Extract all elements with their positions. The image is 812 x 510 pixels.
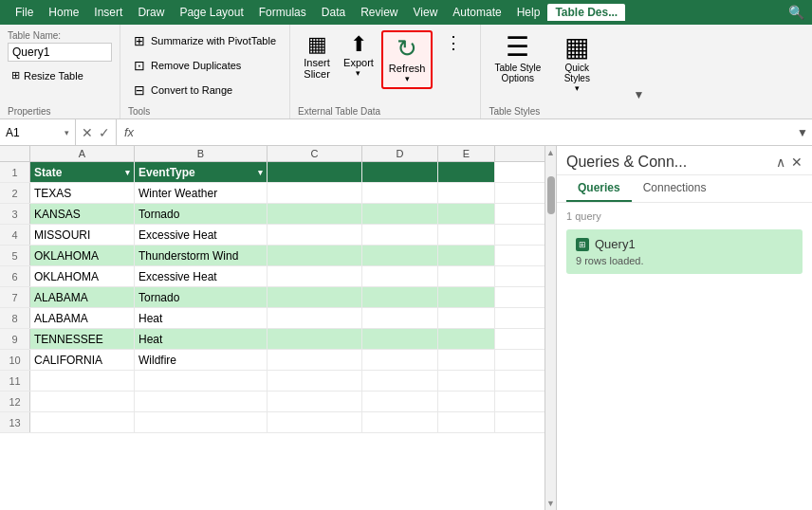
cell-state-8[interactable]: ALABAMA (30, 308, 135, 328)
empty-b-11[interactable] (135, 371, 268, 391)
col-header-b[interactable]: B (135, 146, 268, 161)
table-row: 10 CALIFORNIA Wildfire (0, 350, 544, 371)
empty-b-12[interactable] (135, 392, 268, 411)
empty-d-12[interactable] (362, 392, 438, 411)
tab-queries[interactable]: Queries (566, 175, 632, 202)
more-external-button[interactable]: ⋮ (434, 30, 472, 57)
eventtype-dropdown-icon[interactable]: ▾ (258, 168, 263, 177)
search-icon[interactable]: 🔍 (788, 5, 804, 20)
query-item[interactable]: ⊞ Query1 9 rows loaded. (566, 229, 803, 274)
menu-help[interactable]: Help (509, 4, 548, 21)
resize-table-button[interactable]: ⊞ Resize Table (8, 67, 112, 83)
col-header-d[interactable]: D (362, 146, 438, 161)
empty-row: 12 (0, 392, 544, 412)
menu-page-layout[interactable]: Page Layout (172, 4, 250, 21)
empty-e-12[interactable] (438, 392, 495, 411)
cell-state-7[interactable]: ALABAMA (30, 287, 135, 307)
convert-to-range-button[interactable]: ⊟ Convert to Range (128, 80, 282, 100)
cell-state-10[interactable]: CALIFORNIA (30, 350, 135, 370)
formula-expand-icon[interactable]: ▼ (793, 126, 812, 139)
empty-b-13[interactable] (135, 412, 268, 432)
refresh-button[interactable]: ↻ Refresh ▾ (381, 30, 434, 89)
insert-slicer-button[interactable]: ▦ InsertSlicer (298, 30, 336, 83)
empty-row: 11 (0, 371, 544, 392)
menu-review[interactable]: Review (353, 4, 405, 21)
menu-home[interactable]: Home (41, 4, 86, 21)
cell-state-4[interactable]: MISSOURI (30, 225, 135, 245)
cell-d-8 (362, 308, 438, 328)
summarize-pivottable-button[interactable]: ⊞ Summarize with PivotTable (128, 30, 282, 51)
row-num-13: 13 (0, 412, 30, 432)
cell-event-4[interactable]: Excessive Heat (135, 225, 268, 245)
cell-d-2 (362, 183, 438, 203)
cell-c-9 (268, 329, 362, 349)
refresh-label: Refresh (389, 63, 426, 74)
cell-d-9 (362, 329, 438, 349)
menu-formulas[interactable]: Formulas (251, 4, 314, 21)
export-icon: ⬆ (350, 34, 367, 55)
eventtype-label: EventType (138, 166, 195, 179)
menu-bar: File Home Insert Draw Page Layout Formul… (0, 0, 812, 25)
panel-close-icon[interactable]: ✕ (791, 155, 803, 170)
ribbon-expand-icon[interactable]: ▼ (633, 88, 644, 101)
cell-event-6[interactable]: Excessive Heat (135, 266, 268, 286)
remove-duplicates-button[interactable]: ⊡ Remove Duplicates (128, 55, 282, 76)
cell-event-2[interactable]: Winter Weather (135, 183, 268, 203)
cell-e-6 (438, 266, 495, 286)
empty-e-11[interactable] (438, 371, 495, 391)
menu-view[interactable]: View (406, 4, 446, 21)
quick-styles-button[interactable]: ▦ QuickStyles ▾ (550, 30, 603, 97)
menu-draw[interactable]: Draw (130, 4, 172, 21)
formula-confirm-icon[interactable]: ✓ (97, 125, 112, 140)
empty-a-11[interactable] (30, 371, 135, 391)
scroll-thumb[interactable] (547, 176, 555, 214)
formula-cancel-icon[interactable]: ✕ (80, 125, 95, 140)
header-d (362, 162, 438, 182)
menu-table-design[interactable]: Table Des... (547, 4, 625, 21)
menu-automate[interactable]: Automate (445, 4, 508, 21)
table-name-input[interactable] (8, 43, 112, 62)
export-button[interactable]: ⬆ Export ▾ (338, 30, 379, 82)
ribbon-group-tools: ⊞ Summarize with PivotTable ⊡ Remove Dup… (120, 25, 290, 118)
vertical-scrollbar[interactable]: ▲ ▼ (544, 146, 556, 510)
col-header-c[interactable]: C (268, 146, 362, 161)
empty-d-13[interactable] (362, 412, 438, 432)
menu-file[interactable]: File (8, 4, 41, 21)
empty-c-12[interactable] (268, 392, 362, 411)
panel-icons: ∧ ✕ (776, 155, 803, 170)
state-dropdown-icon[interactable]: ▾ (125, 168, 130, 177)
column-headers: A B C D E (0, 146, 544, 162)
cell-state-2[interactable]: TEXAS (30, 183, 135, 203)
menu-insert[interactable]: Insert (86, 4, 130, 21)
cell-reference-box[interactable]: A1 ▾ (0, 119, 76, 145)
cell-state-6[interactable]: OKLAHOMA (30, 266, 135, 286)
cell-event-10[interactable]: Wildfire (135, 350, 268, 370)
empty-a-13[interactable] (30, 412, 135, 432)
cell-event-3[interactable]: Tornado (135, 204, 268, 224)
row-num-11: 11 (0, 371, 30, 391)
header-eventtype[interactable]: EventType ▾ (135, 162, 268, 182)
cell-state-3[interactable]: KANSAS (30, 204, 135, 224)
empty-d-11[interactable] (362, 371, 438, 391)
empty-c-11[interactable] (268, 371, 362, 391)
table-style-options-button[interactable]: ☰ Table StyleOptions (489, 30, 546, 87)
cell-event-9[interactable]: Heat (135, 329, 268, 349)
tab-connections[interactable]: Connections (632, 175, 718, 202)
cell-state-9[interactable]: TENNESSEE (30, 329, 135, 349)
data-rows: 2 TEXAS Winter Weather 3 KANSAS Tornado … (0, 183, 544, 371)
formula-input[interactable] (141, 126, 793, 139)
menu-data[interactable]: Data (314, 4, 353, 21)
cell-event-7[interactable]: Tornado (135, 287, 268, 307)
cell-event-8[interactable]: Heat (135, 308, 268, 328)
panel-header: Queries & Conn... ∧ ✕ (557, 146, 812, 175)
header-state[interactable]: State ▾ (30, 162, 135, 182)
table-row: 7 ALABAMA Tornado (0, 287, 544, 308)
cell-event-5[interactable]: Thunderstorm Wind (135, 246, 268, 265)
col-header-e[interactable]: E (438, 146, 495, 161)
empty-a-12[interactable] (30, 392, 135, 411)
empty-e-13[interactable] (438, 412, 495, 432)
cell-state-5[interactable]: OKLAHOMA (30, 246, 135, 265)
col-header-a[interactable]: A (30, 146, 135, 161)
panel-collapse-icon[interactable]: ∧ (776, 155, 785, 170)
empty-c-13[interactable] (268, 412, 362, 432)
